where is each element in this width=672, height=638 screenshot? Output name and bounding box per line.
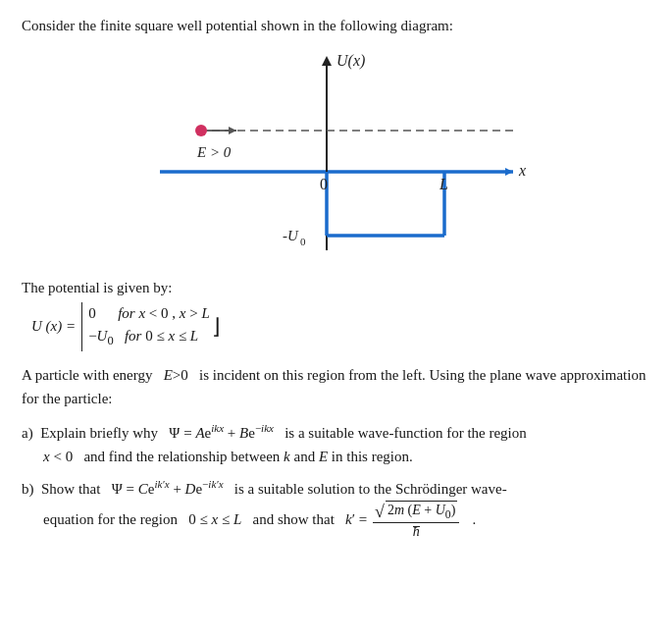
svg-text:0: 0: [300, 236, 306, 247]
svg-point-8: [195, 125, 207, 136]
svg-text:U(x): U(x): [336, 52, 365, 70]
intro-text: Consider the finite square well potentia…: [22, 18, 650, 34]
svg-text:0: 0: [320, 176, 328, 192]
part-b: b) Show that Ψ = Ceik′x + De−ik′x is a s…: [22, 476, 650, 541]
svg-marker-3: [322, 56, 332, 66]
piecewise-row2: −U0 for 0 ≤ x ≤ L: [88, 325, 210, 350]
particle-intro: A particle with energy E>0 is incident o…: [22, 363, 650, 410]
svg-text:L: L: [439, 176, 448, 192]
kprime-fraction: √ 2m (E + U0) ħ: [373, 501, 459, 541]
piecewise-row1: 0 for x < 0 , x > L: [88, 302, 210, 325]
potential-diagram: U(x) x 0 L -U 0 E > 0: [130, 44, 543, 270]
svg-text:E > 0: E > 0: [196, 144, 232, 160]
part-a-label: a) Explain briefly why Ψ = Aeikx + Be−ik…: [22, 425, 527, 441]
part-a: a) Explain briefly why Ψ = Aeikx + Be−ik…: [22, 420, 650, 468]
piecewise-lhs: U (x) =: [31, 318, 76, 335]
piecewise-function: U (x) = 0 for x < 0 , x > L −U0 for 0 ≤ …: [31, 302, 650, 351]
svg-marker-10: [229, 127, 236, 134]
part-a-line2: x < 0 and find the relationship between …: [43, 449, 413, 464]
part-b-label: b) Show that Ψ = Ceik′x + De−ik′x is a s…: [22, 481, 507, 497]
svg-marker-1: [505, 168, 513, 176]
part-b-line2: equation for the region 0 ≤ x ≤ L and sh…: [43, 511, 476, 527]
piecewise-cases: 0 for x < 0 , x > L −U0 for 0 ≤ x ≤ L: [81, 302, 210, 351]
svg-text:-U: -U: [283, 228, 299, 243]
piecewise-close-bracket: ⌋: [212, 314, 221, 340]
potential-label: The potential is given by:: [22, 280, 650, 296]
svg-text:x: x: [518, 162, 526, 179]
